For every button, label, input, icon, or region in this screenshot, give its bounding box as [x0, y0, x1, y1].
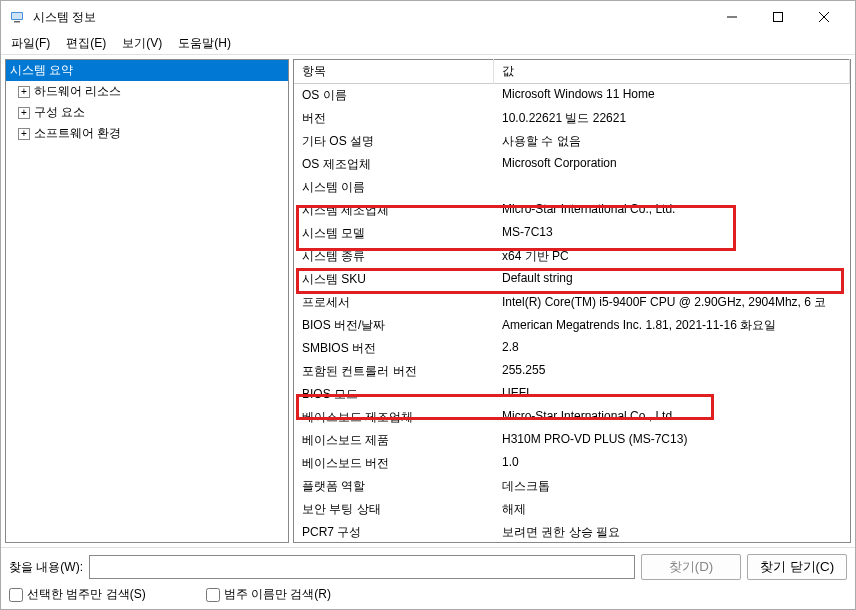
expand-icon[interactable]: + — [18, 128, 30, 140]
menu-edit[interactable]: 편집(E) — [58, 33, 114, 54]
table-row[interactable]: 시스템 SKUDefault string — [294, 268, 850, 291]
table-row[interactable]: 시스템 제조업체Micro-Star International Co., Lt… — [294, 199, 850, 222]
close-find-button[interactable]: 찾기 닫기(C) — [747, 554, 847, 580]
checkbox-label: 선택한 범주만 검색(S) — [27, 586, 146, 603]
cell-item: 버전 — [294, 108, 494, 129]
cell-value: x64 기반 PC — [494, 246, 850, 267]
cell-value: Micro-Star International Co., Ltd. — [494, 200, 850, 221]
cell-item: PCR7 구성 — [294, 522, 494, 542]
cell-item: 시스템 모델 — [294, 223, 494, 244]
table-row[interactable]: 보안 부팅 상태해제 — [294, 498, 850, 521]
search-input[interactable] — [89, 555, 635, 579]
tree-node-label: 시스템 요약 — [10, 62, 73, 79]
cell-value: 데스크톱 — [494, 476, 850, 497]
tree-node-label: 하드웨어 리소스 — [34, 83, 121, 100]
cell-value: Intel(R) Core(TM) i5-9400F CPU @ 2.90GHz… — [494, 292, 850, 313]
table-row[interactable]: 시스템 종류x64 기반 PC — [294, 245, 850, 268]
cell-value: Microsoft Corporation — [494, 154, 850, 175]
cell-value: 1.0 — [494, 453, 850, 474]
tree-panel[interactable]: 시스템 요약 + 하드웨어 리소스 + 구성 요소 + 소프트웨어 환경 — [5, 59, 289, 543]
cell-item: 시스템 SKU — [294, 269, 494, 290]
cell-item: OS 이름 — [294, 85, 494, 106]
search-label: 찾을 내용(W): — [9, 559, 83, 576]
table-row[interactable]: 시스템 모델MS-7C13 — [294, 222, 850, 245]
cell-value: Default string — [494, 269, 850, 290]
svg-rect-2 — [12, 13, 22, 19]
cell-item: 기타 OS 설명 — [294, 131, 494, 152]
table-row[interactable]: PCR7 구성보려면 권한 상승 필요 — [294, 521, 850, 542]
table-row[interactable]: 플랫폼 역할데스크톱 — [294, 475, 850, 498]
cell-value — [494, 177, 850, 198]
cell-item: 시스템 종류 — [294, 246, 494, 267]
cell-item: 시스템 이름 — [294, 177, 494, 198]
table-row[interactable]: SMBIOS 버전2.8 — [294, 337, 850, 360]
cell-item: SMBIOS 버전 — [294, 338, 494, 359]
selected-category-checkbox[interactable]: 선택한 범주만 검색(S) — [9, 586, 146, 603]
svg-rect-4 — [774, 13, 783, 22]
tree-node-system-summary[interactable]: 시스템 요약 — [6, 60, 288, 81]
table-row[interactable]: OS 이름Microsoft Windows 11 Home — [294, 84, 850, 107]
tree-node-components[interactable]: + 구성 요소 — [6, 102, 288, 123]
app-icon — [9, 9, 25, 25]
column-header-value[interactable]: 값 — [494, 59, 850, 84]
cell-item: BIOS 버전/날짜 — [294, 315, 494, 336]
tree-node-label: 소프트웨어 환경 — [34, 125, 121, 142]
svg-rect-1 — [14, 21, 20, 23]
cell-item: 프로세서 — [294, 292, 494, 313]
table-row[interactable]: BIOS 모드UEFI — [294, 383, 850, 406]
cell-value: 보려면 권한 상승 필요 — [494, 522, 850, 542]
cell-item: 포함된 컨트롤러 버전 — [294, 361, 494, 382]
minimize-button[interactable] — [709, 1, 755, 33]
cell-item: 시스템 제조업체 — [294, 200, 494, 221]
cell-value: 2.8 — [494, 338, 850, 359]
close-button[interactable] — [801, 1, 847, 33]
table-panel: 항목 값 OS 이름Microsoft Windows 11 Home버전10.… — [293, 59, 851, 543]
window-title: 시스템 정보 — [33, 9, 709, 26]
cell-value: Micro-Star International Co., Ltd. — [494, 407, 850, 428]
menu-file[interactable]: 파일(F) — [3, 33, 58, 54]
expand-icon[interactable]: + — [18, 86, 30, 98]
find-button[interactable]: 찾기(D) — [641, 554, 741, 580]
menubar: 파일(F) 편집(E) 보기(V) 도움말(H) — [1, 33, 855, 55]
cell-value: MS-7C13 — [494, 223, 850, 244]
table-row[interactable]: 베이스보드 버전1.0 — [294, 452, 850, 475]
names-only-checkbox-input[interactable] — [206, 588, 220, 602]
menu-view[interactable]: 보기(V) — [114, 33, 170, 54]
bottom-bar: 찾을 내용(W): 찾기(D) 찾기 닫기(C) 선택한 범주만 검색(S) 범… — [1, 547, 855, 609]
cell-item: 베이스보드 버전 — [294, 453, 494, 474]
maximize-button[interactable] — [755, 1, 801, 33]
table-row[interactable]: 베이스보드 제품H310M PRO-VD PLUS (MS-7C13) — [294, 429, 850, 452]
cell-value: 255.255 — [494, 361, 850, 382]
table-row[interactable]: OS 제조업체Microsoft Corporation — [294, 153, 850, 176]
tree-node-label: 구성 요소 — [34, 104, 85, 121]
table-row[interactable]: 포함된 컨트롤러 버전255.255 — [294, 360, 850, 383]
table-body[interactable]: OS 이름Microsoft Windows 11 Home버전10.0.226… — [294, 84, 850, 542]
cell-item: 플랫폼 역할 — [294, 476, 494, 497]
cell-item: 보안 부팅 상태 — [294, 499, 494, 520]
table-row[interactable]: 기타 OS 설명사용할 수 없음 — [294, 130, 850, 153]
table-header: 항목 값 — [294, 60, 850, 84]
cell-value: American Megatrends Inc. 1.81, 2021-11-1… — [494, 315, 850, 336]
selected-category-checkbox-input[interactable] — [9, 588, 23, 602]
table-row[interactable]: 버전10.0.22621 빌드 22621 — [294, 107, 850, 130]
expand-icon[interactable]: + — [18, 107, 30, 119]
menu-help[interactable]: 도움말(H) — [170, 33, 239, 54]
table-row[interactable]: 프로세서Intel(R) Core(TM) i5-9400F CPU @ 2.9… — [294, 291, 850, 314]
cell-item: 베이스보드 제조업체 — [294, 407, 494, 428]
table-row[interactable]: 베이스보드 제조업체Micro-Star International Co., … — [294, 406, 850, 429]
cell-item: 베이스보드 제품 — [294, 430, 494, 451]
cell-value: Microsoft Windows 11 Home — [494, 85, 850, 106]
names-only-checkbox[interactable]: 범주 이름만 검색(R) — [206, 586, 331, 603]
tree-node-hardware[interactable]: + 하드웨어 리소스 — [6, 81, 288, 102]
cell-value: 10.0.22621 빌드 22621 — [494, 108, 850, 129]
cell-item: BIOS 모드 — [294, 384, 494, 405]
cell-value: 해제 — [494, 499, 850, 520]
column-header-item[interactable]: 항목 — [294, 59, 494, 84]
checkbox-label: 범주 이름만 검색(R) — [224, 586, 331, 603]
table-row[interactable]: 시스템 이름 — [294, 176, 850, 199]
cell-value: 사용할 수 없음 — [494, 131, 850, 152]
cell-value: H310M PRO-VD PLUS (MS-7C13) — [494, 430, 850, 451]
titlebar: 시스템 정보 — [1, 1, 855, 33]
table-row[interactable]: BIOS 버전/날짜American Megatrends Inc. 1.81,… — [294, 314, 850, 337]
tree-node-software[interactable]: + 소프트웨어 환경 — [6, 123, 288, 144]
